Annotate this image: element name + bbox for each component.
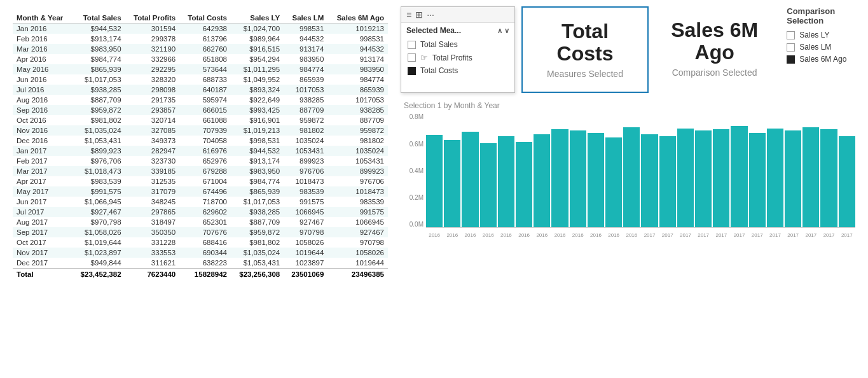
chart-bar (713, 129, 729, 227)
table-cell: 349373 (125, 136, 180, 146)
table-cell: $993,425 (231, 105, 284, 115)
dropdown-checkbox[interactable] (408, 53, 416, 62)
chart-x-label: 2016 (498, 232, 514, 238)
table-row: Dec 2016$1,053,431349373704058$998,53110… (13, 136, 388, 146)
table-cell: 339185 (125, 166, 180, 176)
table-cell: $865,939 (231, 186, 284, 197)
cs-checkbox[interactable] (787, 55, 795, 64)
table-cell: $865,939 (72, 64, 125, 74)
table-cell: 707939 (179, 125, 231, 136)
table-cell: $970,798 (72, 217, 125, 227)
dropdown-checkbox[interactable] (408, 41, 416, 49)
table-cell: 661088 (179, 115, 231, 125)
dropdown-checkbox[interactable] (408, 67, 416, 75)
table-footer-cell: 23496385 (327, 269, 388, 281)
dropdown-arrows[interactable]: ∧ ∨ (497, 27, 509, 35)
table-cell: 938285 (327, 105, 388, 115)
table-cell: $1,018,473 (72, 166, 125, 176)
dropdown-item[interactable]: ☞Total Profits (401, 51, 514, 64)
table-cell: 652301 (179, 217, 231, 227)
chart-bar (462, 132, 478, 227)
table-cell: Dec 2016 (13, 136, 72, 146)
table-footer-cell: $23,256,308 (231, 269, 284, 281)
chart-bar (731, 126, 747, 227)
cs-item[interactable]: Sales 6M Ago (787, 55, 849, 64)
table-cell: $1,017,053 (231, 197, 284, 207)
dropdown-item[interactable]: Total Sales (401, 38, 514, 51)
table-cell: 1017053 (284, 85, 327, 95)
comparison-card: Sales 6M Ago Comparison Selected (661, 6, 768, 90)
table-header: Month & YearTotal SalesTotal ProfitsTota… (13, 13, 388, 24)
chart-bars (426, 113, 855, 228)
table-cell: 1053431 (284, 146, 327, 156)
table-cell: 328320 (125, 74, 180, 85)
chart-x-label: 2016 (588, 232, 604, 238)
table-cell: $1,053,431 (231, 258, 284, 269)
table-cell: Dec 2017 (13, 258, 72, 269)
table-row: Jan 2016$944,532301594642938$1,024,70099… (13, 24, 388, 34)
table-col-header: Total Sales (72, 13, 125, 24)
table-cell: 984774 (284, 64, 327, 74)
table-col-header: Sales 6M Ago (327, 13, 388, 24)
chart-title: Selection 1 by Month & Year (401, 101, 855, 110)
cs-item[interactable]: Sales LM (787, 43, 849, 52)
table-row: Feb 2017$976,706323730652976$913,1748999… (13, 156, 388, 166)
table-cell: 976706 (284, 166, 327, 176)
table-cell: 983950 (284, 54, 327, 64)
table-cell: 350350 (125, 227, 180, 237)
table-cell: 332966 (125, 54, 180, 64)
table-cell: 333553 (125, 248, 180, 258)
table-cell: 1066945 (284, 207, 327, 217)
table-cell: 899923 (327, 166, 388, 176)
table-section: Month & YearTotal SalesTotal ProfitsTota… (0, 0, 394, 378)
chart-y-label: 0.0M (410, 221, 424, 228)
table-body: Jan 2016$944,532301594642938$1,024,70099… (13, 24, 388, 269)
table-cell: 707676 (179, 227, 231, 237)
measure-dropdown[interactable]: ≡ ⊞ ··· Selected Mea... ∧ ∨ Total Sales☞… (401, 6, 515, 93)
table-cell: 984774 (327, 74, 388, 85)
table-cell: 312535 (125, 176, 180, 186)
table-cell: 959872 (284, 115, 327, 125)
dropdown-title-row: Selected Mea... ∧ ∨ (401, 23, 514, 37)
table-cell: 317079 (125, 186, 180, 197)
chart-container: 0.8M0.6M0.4M0.2M0.0M 2016201620162016201… (401, 113, 855, 241)
table-cell: 944532 (327, 44, 388, 54)
table-cell: 927467 (327, 227, 388, 237)
table-cell: 970798 (284, 227, 327, 237)
table-cell: 292295 (125, 64, 180, 74)
chart-x-label: 2017 (749, 232, 766, 238)
table-cell: Feb 2017 (13, 156, 72, 166)
cs-item[interactable]: Sales LY (787, 31, 849, 39)
chart-bar (677, 129, 694, 228)
table-cell: $944,532 (72, 24, 125, 34)
down-arrow-icon[interactable]: ∨ (504, 27, 509, 35)
chart-x-label: 2016 (623, 232, 640, 238)
chart-x-label: 2017 (695, 232, 712, 238)
table-cell: Oct 2017 (13, 237, 72, 248)
chart-x-label: 2017 (785, 232, 801, 238)
table-row: Aug 2017$970,798318497652301$887,7099274… (13, 217, 388, 227)
table-row: Mar 2016$983,950321190662760$916,5159131… (13, 44, 388, 54)
table-cell: 1019644 (327, 258, 388, 269)
cs-checkbox[interactable] (787, 31, 795, 39)
chart-bar (516, 142, 532, 227)
chart-bar (641, 134, 658, 228)
table-cell: 865939 (284, 74, 327, 85)
table-cell: Mar 2016 (13, 44, 72, 54)
table-cell: 674496 (179, 186, 231, 197)
table-cell: 1058026 (284, 237, 327, 248)
table-cell: 652976 (179, 156, 231, 166)
chart-x-label: 2016 (444, 232, 460, 238)
table-cell: 613796 (179, 34, 231, 44)
table-row: May 2016$865,939292295573644$1,011,29598… (13, 64, 388, 74)
table-cell: 298098 (125, 85, 180, 95)
up-arrow-icon[interactable]: ∧ (497, 27, 502, 35)
cs-checkbox[interactable] (787, 43, 795, 52)
dropdown-item[interactable]: Total Costs (401, 64, 514, 77)
table-cell: $1,049,952 (231, 74, 284, 85)
table-cell: $913,174 (231, 156, 284, 166)
table-cell: 282947 (125, 146, 180, 156)
table-cell: 666015 (179, 105, 231, 115)
table-cell: 976706 (327, 176, 388, 186)
table-cell: $1,058,026 (72, 227, 125, 237)
